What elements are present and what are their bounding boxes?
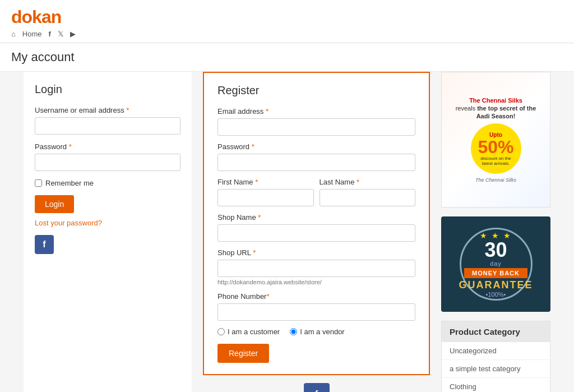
login-button[interactable]: Login (35, 195, 74, 213)
category-uncategorized[interactable]: Uncategorized (442, 342, 550, 359)
product-category-title: Product Category (442, 321, 550, 342)
page-title: My account (11, 50, 563, 64)
email-label: Email address * (217, 107, 415, 116)
list-item: a simple test category (442, 360, 550, 378)
badge-percent: •100%• (486, 291, 506, 298)
register-section: Register Email address * Password * (203, 72, 430, 392)
login-section: Login Username or email address * Passwo… (24, 72, 192, 392)
shop-url-hint: http://dokandemo.ajaira.website/store/ (217, 279, 415, 285)
username-label: Username or email address * (35, 106, 180, 114)
customer-radio[interactable] (217, 328, 225, 335)
customer-radio-label[interactable]: I am a customer (217, 328, 280, 336)
product-category-list: Uncategorized a simple test category Clo… (442, 342, 550, 392)
email-input[interactable] (217, 118, 415, 136)
category-simple-test[interactable]: a simple test category (442, 360, 550, 377)
phone-label: Phone Number* (217, 292, 415, 301)
reg-password-input[interactable] (217, 154, 415, 171)
list-item: Clothing (442, 378, 550, 392)
register-button[interactable]: Register (217, 344, 269, 363)
site-logo: dokan (11, 7, 563, 27)
first-name-label: First Name * (217, 178, 314, 186)
password-input[interactable] (35, 154, 180, 171)
shop-name-input[interactable] (217, 224, 415, 242)
ad-sub: discount on thelatest arrivals. (480, 156, 511, 166)
badge-money-back: MONEY BACK (464, 268, 527, 278)
register-heading: Register (217, 84, 415, 97)
sidebar: The Chennai Silksreveals the top secret … (441, 72, 550, 392)
badge-day-label: day (490, 260, 502, 267)
password-label: Password * (35, 142, 180, 151)
first-name-input[interactable] (217, 189, 314, 206)
shop-url-label: Shop URL * (217, 248, 415, 257)
ad-title: The Chennai Silksreveals the top secret … (456, 96, 536, 121)
remember-label: Remember me (45, 179, 94, 187)
logo-accent: d (11, 7, 22, 27)
vendor-radio[interactable] (290, 328, 297, 335)
facebook-login-button[interactable]: f (35, 235, 54, 254)
vendor-radio-label[interactable]: I am a vendor (290, 328, 345, 336)
nav-facebook[interactable]: f (49, 30, 51, 38)
nav-home[interactable]: Home (22, 30, 42, 38)
shop-url-input[interactable] (217, 260, 415, 277)
ad-brand: The Chennai Silks (456, 177, 536, 183)
ad-percent: 50% (478, 138, 513, 156)
last-name-input[interactable] (320, 189, 416, 206)
remember-checkbox[interactable] (35, 179, 42, 187)
badge-days: 30 (484, 240, 507, 260)
reg-password-label: Password * (217, 142, 415, 151)
login-heading: Login (35, 83, 180, 96)
site-nav: ⌂ Home f 𝕏 ▶ (11, 30, 563, 38)
lost-password-link[interactable]: Lost your password? (35, 219, 180, 227)
badge-guarantee-text: GUARANTEE (459, 279, 533, 291)
category-clothing[interactable]: Clothing (442, 378, 550, 392)
list-item: Uncategorized (442, 342, 550, 360)
facebook-register-button[interactable]: f (304, 383, 330, 392)
username-input[interactable] (35, 117, 180, 135)
last-name-label: Last Name * (320, 178, 416, 186)
shop-name-label: Shop Name * (217, 213, 415, 222)
guarantee-badge: ★ ★ ★ 30 day MONEY BACK GUARANTEE •100%• (441, 216, 550, 312)
ad-banner: The Chennai Silksreveals the top secret … (441, 72, 550, 207)
nav-youtube[interactable]: ▶ (70, 30, 76, 38)
phone-input[interactable] (217, 303, 415, 321)
home-icon: ⌂ (11, 30, 16, 38)
nav-twitter[interactable]: 𝕏 (58, 30, 63, 38)
product-category-box: Product Category Uncategorized a simple … (441, 321, 550, 392)
